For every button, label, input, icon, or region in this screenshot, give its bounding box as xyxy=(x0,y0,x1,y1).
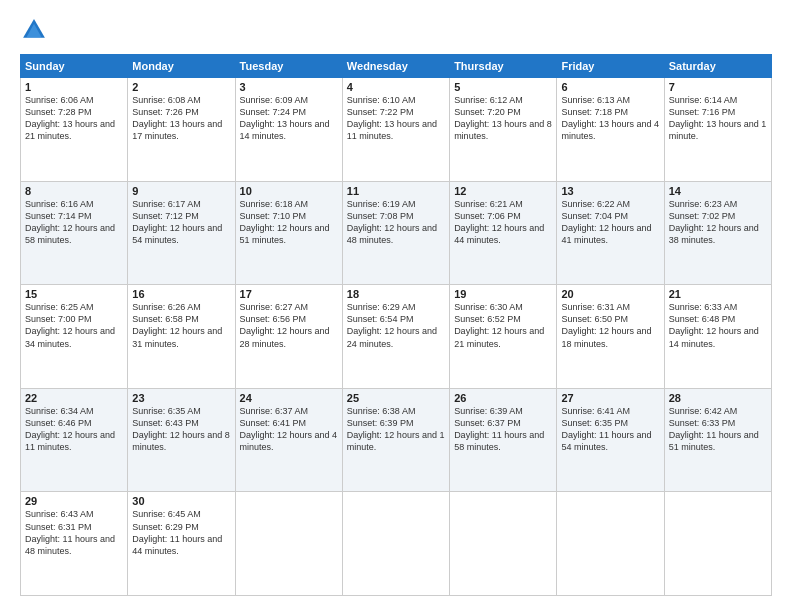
day-number: 9 xyxy=(132,185,230,197)
day-info: Sunrise: 6:23 AMSunset: 7:02 PMDaylight:… xyxy=(669,198,767,247)
day-cell: 17Sunrise: 6:27 AMSunset: 6:56 PMDayligh… xyxy=(235,285,342,389)
header-row: SundayMondayTuesdayWednesdayThursdayFrid… xyxy=(21,55,772,78)
col-header-saturday: Saturday xyxy=(664,55,771,78)
day-cell: 2Sunrise: 6:08 AMSunset: 7:26 PMDaylight… xyxy=(128,78,235,182)
day-info: Sunrise: 6:45 AMSunset: 6:29 PMDaylight:… xyxy=(132,508,230,557)
day-number: 10 xyxy=(240,185,338,197)
day-number: 26 xyxy=(454,392,552,404)
day-cell xyxy=(450,492,557,596)
day-info: Sunrise: 6:34 AMSunset: 6:46 PMDaylight:… xyxy=(25,405,123,454)
day-cell: 4Sunrise: 6:10 AMSunset: 7:22 PMDaylight… xyxy=(342,78,449,182)
day-number: 29 xyxy=(25,495,123,507)
day-number: 21 xyxy=(669,288,767,300)
day-info: Sunrise: 6:16 AMSunset: 7:14 PMDaylight:… xyxy=(25,198,123,247)
day-cell: 11Sunrise: 6:19 AMSunset: 7:08 PMDayligh… xyxy=(342,181,449,285)
day-info: Sunrise: 6:29 AMSunset: 6:54 PMDaylight:… xyxy=(347,301,445,350)
week-row-5: 29Sunrise: 6:43 AMSunset: 6:31 PMDayligh… xyxy=(21,492,772,596)
day-info: Sunrise: 6:41 AMSunset: 6:35 PMDaylight:… xyxy=(561,405,659,454)
calendar-table: SundayMondayTuesdayWednesdayThursdayFrid… xyxy=(20,54,772,596)
day-cell xyxy=(664,492,771,596)
day-number: 19 xyxy=(454,288,552,300)
day-cell: 10Sunrise: 6:18 AMSunset: 7:10 PMDayligh… xyxy=(235,181,342,285)
day-cell: 23Sunrise: 6:35 AMSunset: 6:43 PMDayligh… xyxy=(128,388,235,492)
day-cell: 3Sunrise: 6:09 AMSunset: 7:24 PMDaylight… xyxy=(235,78,342,182)
day-number: 30 xyxy=(132,495,230,507)
day-cell: 19Sunrise: 6:30 AMSunset: 6:52 PMDayligh… xyxy=(450,285,557,389)
day-number: 4 xyxy=(347,81,445,93)
day-cell: 16Sunrise: 6:26 AMSunset: 6:58 PMDayligh… xyxy=(128,285,235,389)
day-info: Sunrise: 6:21 AMSunset: 7:06 PMDaylight:… xyxy=(454,198,552,247)
day-cell: 12Sunrise: 6:21 AMSunset: 7:06 PMDayligh… xyxy=(450,181,557,285)
day-info: Sunrise: 6:33 AMSunset: 6:48 PMDaylight:… xyxy=(669,301,767,350)
logo-icon xyxy=(20,16,48,44)
day-info: Sunrise: 6:10 AMSunset: 7:22 PMDaylight:… xyxy=(347,94,445,143)
day-info: Sunrise: 6:06 AMSunset: 7:28 PMDaylight:… xyxy=(25,94,123,143)
header xyxy=(20,16,772,44)
day-info: Sunrise: 6:30 AMSunset: 6:52 PMDaylight:… xyxy=(454,301,552,350)
day-number: 27 xyxy=(561,392,659,404)
day-info: Sunrise: 6:09 AMSunset: 7:24 PMDaylight:… xyxy=(240,94,338,143)
day-info: Sunrise: 6:27 AMSunset: 6:56 PMDaylight:… xyxy=(240,301,338,350)
day-number: 8 xyxy=(25,185,123,197)
day-number: 16 xyxy=(132,288,230,300)
day-number: 5 xyxy=(454,81,552,93)
day-cell xyxy=(342,492,449,596)
day-cell: 27Sunrise: 6:41 AMSunset: 6:35 PMDayligh… xyxy=(557,388,664,492)
day-number: 11 xyxy=(347,185,445,197)
day-info: Sunrise: 6:31 AMSunset: 6:50 PMDaylight:… xyxy=(561,301,659,350)
day-info: Sunrise: 6:26 AMSunset: 6:58 PMDaylight:… xyxy=(132,301,230,350)
week-row-2: 8Sunrise: 6:16 AMSunset: 7:14 PMDaylight… xyxy=(21,181,772,285)
col-header-monday: Monday xyxy=(128,55,235,78)
day-number: 14 xyxy=(669,185,767,197)
day-cell: 1Sunrise: 6:06 AMSunset: 7:28 PMDaylight… xyxy=(21,78,128,182)
day-info: Sunrise: 6:37 AMSunset: 6:41 PMDaylight:… xyxy=(240,405,338,454)
day-info: Sunrise: 6:19 AMSunset: 7:08 PMDaylight:… xyxy=(347,198,445,247)
day-info: Sunrise: 6:17 AMSunset: 7:12 PMDaylight:… xyxy=(132,198,230,247)
day-cell: 5Sunrise: 6:12 AMSunset: 7:20 PMDaylight… xyxy=(450,78,557,182)
day-number: 12 xyxy=(454,185,552,197)
day-cell: 28Sunrise: 6:42 AMSunset: 6:33 PMDayligh… xyxy=(664,388,771,492)
day-info: Sunrise: 6:12 AMSunset: 7:20 PMDaylight:… xyxy=(454,94,552,143)
day-cell xyxy=(557,492,664,596)
day-cell: 18Sunrise: 6:29 AMSunset: 6:54 PMDayligh… xyxy=(342,285,449,389)
week-row-3: 15Sunrise: 6:25 AMSunset: 7:00 PMDayligh… xyxy=(21,285,772,389)
day-cell: 9Sunrise: 6:17 AMSunset: 7:12 PMDaylight… xyxy=(128,181,235,285)
day-info: Sunrise: 6:42 AMSunset: 6:33 PMDaylight:… xyxy=(669,405,767,454)
day-cell: 26Sunrise: 6:39 AMSunset: 6:37 PMDayligh… xyxy=(450,388,557,492)
day-number: 18 xyxy=(347,288,445,300)
day-info: Sunrise: 6:14 AMSunset: 7:16 PMDaylight:… xyxy=(669,94,767,143)
day-cell: 7Sunrise: 6:14 AMSunset: 7:16 PMDaylight… xyxy=(664,78,771,182)
day-cell: 30Sunrise: 6:45 AMSunset: 6:29 PMDayligh… xyxy=(128,492,235,596)
day-cell: 15Sunrise: 6:25 AMSunset: 7:00 PMDayligh… xyxy=(21,285,128,389)
day-info: Sunrise: 6:13 AMSunset: 7:18 PMDaylight:… xyxy=(561,94,659,143)
day-number: 1 xyxy=(25,81,123,93)
week-row-1: 1Sunrise: 6:06 AMSunset: 7:28 PMDaylight… xyxy=(21,78,772,182)
day-info: Sunrise: 6:39 AMSunset: 6:37 PMDaylight:… xyxy=(454,405,552,454)
week-row-4: 22Sunrise: 6:34 AMSunset: 6:46 PMDayligh… xyxy=(21,388,772,492)
col-header-tuesday: Tuesday xyxy=(235,55,342,78)
day-cell: 14Sunrise: 6:23 AMSunset: 7:02 PMDayligh… xyxy=(664,181,771,285)
day-info: Sunrise: 6:35 AMSunset: 6:43 PMDaylight:… xyxy=(132,405,230,454)
day-number: 15 xyxy=(25,288,123,300)
day-number: 2 xyxy=(132,81,230,93)
day-number: 20 xyxy=(561,288,659,300)
day-number: 28 xyxy=(669,392,767,404)
day-info: Sunrise: 6:08 AMSunset: 7:26 PMDaylight:… xyxy=(132,94,230,143)
day-cell: 22Sunrise: 6:34 AMSunset: 6:46 PMDayligh… xyxy=(21,388,128,492)
day-info: Sunrise: 6:25 AMSunset: 7:00 PMDaylight:… xyxy=(25,301,123,350)
day-number: 17 xyxy=(240,288,338,300)
day-number: 13 xyxy=(561,185,659,197)
day-cell: 8Sunrise: 6:16 AMSunset: 7:14 PMDaylight… xyxy=(21,181,128,285)
day-cell: 20Sunrise: 6:31 AMSunset: 6:50 PMDayligh… xyxy=(557,285,664,389)
day-cell: 6Sunrise: 6:13 AMSunset: 7:18 PMDaylight… xyxy=(557,78,664,182)
day-number: 6 xyxy=(561,81,659,93)
col-header-friday: Friday xyxy=(557,55,664,78)
day-info: Sunrise: 6:38 AMSunset: 6:39 PMDaylight:… xyxy=(347,405,445,454)
day-number: 7 xyxy=(669,81,767,93)
day-cell: 21Sunrise: 6:33 AMSunset: 6:48 PMDayligh… xyxy=(664,285,771,389)
day-number: 23 xyxy=(132,392,230,404)
day-cell: 25Sunrise: 6:38 AMSunset: 6:39 PMDayligh… xyxy=(342,388,449,492)
day-number: 24 xyxy=(240,392,338,404)
day-number: 22 xyxy=(25,392,123,404)
day-info: Sunrise: 6:43 AMSunset: 6:31 PMDaylight:… xyxy=(25,508,123,557)
